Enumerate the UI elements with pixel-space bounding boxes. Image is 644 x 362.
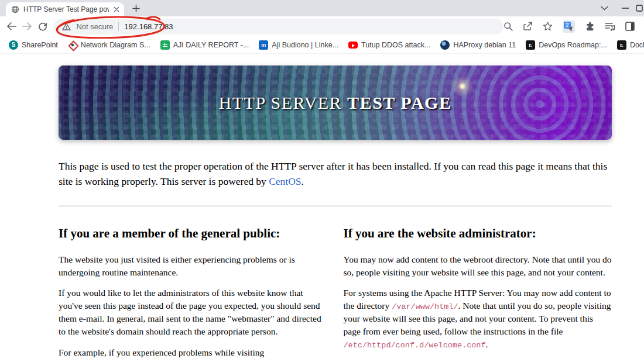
google-sheets-icon xyxy=(160,40,170,50)
public-column: If you are a member of the general publi… xyxy=(59,226,327,362)
titlebar: HTTP Server Test Page powered xyxy=(0,0,644,16)
admin-paragraph-nginx: For systems using NGINX: You should now … xyxy=(344,359,612,362)
minimize-button[interactable] xyxy=(615,0,636,16)
reload-button[interactable] xyxy=(35,18,51,35)
bookmark-network-diagram[interactable]: Network Diagram S... xyxy=(64,38,156,52)
tab-close-icon[interactable] xyxy=(113,6,120,13)
browser-tab[interactable]: HTTP Server Test Page powered xyxy=(6,2,124,16)
url-text[interactable]: 192.168.77.83 xyxy=(124,22,173,31)
public-paragraph-1: The website you just visited is either e… xyxy=(59,253,327,279)
public-heading: If you are a member of the general publi… xyxy=(59,226,327,241)
forward-button[interactable] xyxy=(19,18,35,35)
intro-paragraph: This page is used to test the proper ope… xyxy=(59,159,612,189)
bookmark-linkedin[interactable]: in Aji Budiono | Linke... xyxy=(255,38,344,52)
public-paragraph-2: If you would like to let the administrat… xyxy=(59,287,327,337)
tab-title: HTTP Server Test Page powered xyxy=(23,5,109,13)
welcome-conf-path: /etc/httpd/conf.d/welcome.conf xyxy=(344,341,486,350)
bookmark-sharepoint[interactable]: S SharePoint xyxy=(5,38,64,52)
maximize-button[interactable] xyxy=(636,0,644,16)
search-icon[interactable] xyxy=(503,22,513,31)
admin-column: If you are the website administrator: Yo… xyxy=(344,226,612,362)
omnibox-divider xyxy=(118,22,119,31)
globe-favicon-icon xyxy=(11,5,19,13)
svg-text:文: 文 xyxy=(565,22,570,28)
horizontal-rule xyxy=(59,205,612,207)
linkedin-icon: in xyxy=(259,40,268,50)
page-title: HTTP SERVER TEST PAGE xyxy=(219,93,452,113)
roadmap-icon: r. xyxy=(526,40,535,50)
bookmark-youtube[interactable]: Tutup DDOS attack... xyxy=(344,38,436,52)
bookmarks-bar: S SharePoint Network Diagram S... AJI DA… xyxy=(0,36,644,54)
tab-search-chevron-icon[interactable] xyxy=(594,0,615,16)
back-button[interactable] xyxy=(4,18,19,35)
share-icon[interactable] xyxy=(523,22,533,31)
banner-image: HTTP SERVER TEST PAGE xyxy=(59,65,612,140)
youtube-icon xyxy=(348,42,358,49)
sharepoint-icon: S xyxy=(9,40,18,50)
haproxy-icon xyxy=(440,40,450,50)
admin-paragraph-apache: For systems using the Apache HTTP Server… xyxy=(344,287,612,351)
address-bar[interactable]: Not secure 192.168.77.83 xyxy=(54,19,503,35)
bookmark-haproxy[interactable]: HAProxy debian 11 xyxy=(436,38,522,52)
page-content: HTTP SERVER TEST PAGE This page is used … xyxy=(0,65,644,362)
network-diagram-icon xyxy=(68,40,77,50)
admin-paragraph-webroot: You may now add content to the webroot d… xyxy=(344,253,612,279)
public-paragraph-3: For example, if you experienced problems… xyxy=(59,346,327,362)
apache-docroot-path: /var/www/html/ xyxy=(392,302,458,311)
new-tab-button[interactable] xyxy=(129,1,143,15)
not-secure-warning-icon[interactable] xyxy=(62,23,71,30)
side-panel-icon[interactable] xyxy=(625,22,635,31)
media-playlist-icon[interactable] xyxy=(605,22,615,31)
extensions-puzzle-icon[interactable] xyxy=(585,22,595,32)
bookmark-star-icon[interactable] xyxy=(543,22,553,31)
toolbar: Not secure 192.168.77.83 文 xyxy=(0,16,644,36)
bookmark-docker-roadmap[interactable]: r. Docker Roadmap -... xyxy=(613,38,644,52)
centos-link[interactable]: CentOS xyxy=(269,175,301,187)
translate-icon[interactable]: 文 xyxy=(563,20,575,33)
bookmark-aji-daily-report[interactable]: AJI DAILY REPORT -... xyxy=(156,38,255,52)
roadmap-icon: r. xyxy=(617,40,626,50)
security-label[interactable]: Not secure xyxy=(76,22,113,31)
bookmark-devops-roadmap[interactable]: r. DevOps Roadmap:... xyxy=(522,38,613,52)
admin-heading: If you are the website administrator: xyxy=(344,226,612,241)
